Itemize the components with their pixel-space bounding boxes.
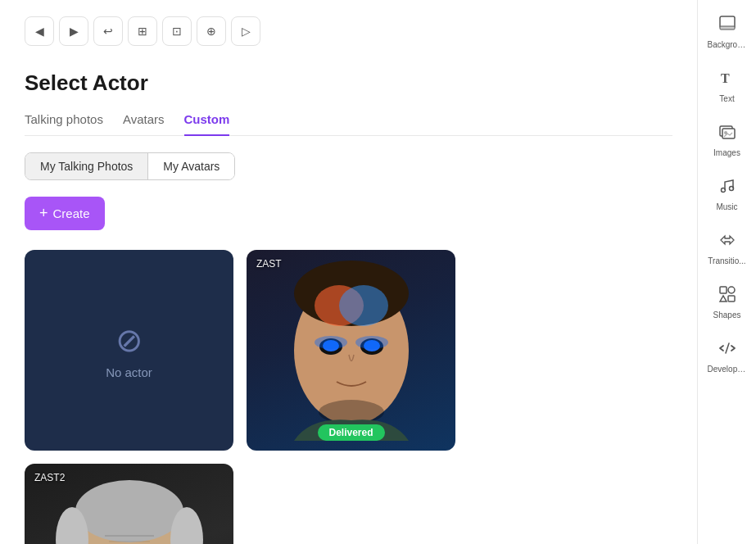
toolbar-btn-add[interactable]: ⊕ [197,16,226,46]
sidebar-item-background[interactable]: Backgrou... [703,7,752,57]
actor-badge-zast: Delivered [317,424,384,441]
toolbar-btn-back[interactable]: ◀ [25,16,54,46]
main-content: ◀ ▶ ↩ ⊞ ⊡ ⊕ ▷ Select Actor Talking photo… [0,0,697,544]
actor-label-zast2: ZAST2 [34,472,65,483]
page-title: Select Actor [25,70,672,96]
no-actor-icon: ⊘ [115,321,143,359]
toolbar-btn-undo[interactable]: ↩ [93,16,123,46]
svg-rect-30 [720,287,727,293]
svg-rect-23 [720,26,735,29]
svg-rect-32 [728,296,735,301]
images-icon [718,123,736,145]
actor-face-zast [247,250,455,451]
sidebar-label-transitions: Transitio... [708,256,747,265]
create-button[interactable]: + Create [25,197,105,230]
actor-label-zast: ZAST [256,258,282,270]
sidebar-item-developer[interactable]: Develope... [703,331,752,382]
top-toolbar: ◀ ▶ ↩ ⊞ ⊡ ⊕ ▷ [25,16,672,54]
svg-point-28 [721,188,725,193]
shapes-icon [718,285,736,307]
svg-point-8 [315,336,347,349]
sidebar-label-background: Backgrou... [708,40,747,49]
no-actor-label: No actor [106,365,152,379]
actor-card-no-actor[interactable]: ⊘ No actor [25,250,233,451]
tabs: Talking photos Avatars Custom [25,112,672,136]
toolbar-btn-forward[interactable]: ▶ [59,16,88,46]
sidebar-label-music: Music [708,202,747,211]
sub-btn-my-avatars[interactable]: My Avatars [148,153,234,179]
sidebar-label-text: Text [708,94,747,103]
svg-text:T: T [721,71,730,85]
sidebar-item-music[interactable]: Music [703,169,752,220]
svg-point-31 [728,287,735,293]
tab-custom[interactable]: Custom [184,112,230,136]
sidebar-item-transitions[interactable]: Transitio... [703,223,752,274]
toolbar-btn-play[interactable]: ▷ [231,16,260,46]
tab-talking-photos[interactable]: Talking photos [25,112,103,136]
create-label: Create [53,206,90,220]
toolbar-btn-expand[interactable]: ⊡ [162,16,192,46]
sub-btn-my-talking-photos[interactable]: My Talking Photos [25,153,148,179]
svg-point-9 [355,336,388,349]
right-sidebar: Backgrou... T Text Images [697,0,756,544]
svg-point-12 [75,480,183,542]
background-icon [718,15,736,37]
actor-card-zast[interactable]: ZAST [247,250,455,451]
svg-point-3 [339,285,388,326]
sidebar-item-text[interactable]: T Text [703,61,752,111]
transitions-icon [718,231,736,253]
text-icon: T [718,69,736,91]
sidebar-item-images[interactable]: Images [703,115,752,165]
actor-card-zast2[interactable]: ZAST2 [25,464,233,544]
toolbar-btn-grid[interactable]: ⊞ [128,16,157,46]
actor-grid: ⊘ No actor ZAST [25,250,672,544]
create-plus-icon: + [39,205,48,222]
sidebar-label-images: Images [708,148,747,157]
developer-icon [718,339,736,361]
tab-avatars[interactable]: Avatars [123,112,165,136]
sidebar-item-shapes[interactable]: Shapes [703,277,752,328]
svg-point-29 [729,187,733,191]
music-icon [718,177,736,199]
sidebar-label-shapes: Shapes [708,311,747,320]
sidebar-label-developer: Develope... [708,365,747,374]
sub-buttons: My Talking Photos My Avatars [25,152,235,180]
